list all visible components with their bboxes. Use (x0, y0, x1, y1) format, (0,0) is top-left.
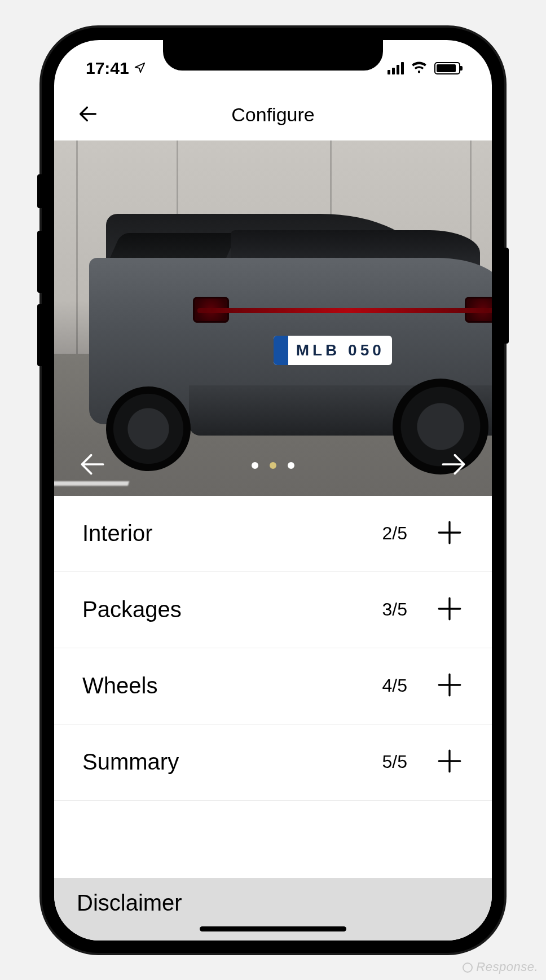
car-illustration: MLB 050 (89, 197, 492, 474)
carousel-dot-1[interactable] (270, 462, 276, 469)
carousel-dots (252, 462, 294, 469)
config-row-interior[interactable]: Interior 2/5 (54, 496, 492, 572)
battery-icon (434, 62, 460, 74)
license-plate-text: MLB 050 (296, 341, 385, 359)
status-time: 17:41 (86, 59, 129, 78)
plus-icon (435, 671, 464, 701)
disclaimer-link[interactable]: Disclaimer (77, 890, 182, 915)
power-button (504, 248, 509, 344)
status-left: 17:41 (86, 59, 146, 78)
plus-icon (435, 747, 464, 777)
carousel-dot-2[interactable] (288, 462, 294, 469)
config-row-step: 5/5 (382, 752, 407, 772)
volume-up-button (37, 231, 42, 293)
carousel-prev-button[interactable] (77, 449, 108, 482)
screen: 17:41 Configure (54, 40, 492, 941)
carousel-next-button[interactable] (438, 449, 469, 482)
wifi-icon (411, 61, 428, 76)
config-row-summary[interactable]: Summary 5/5 (54, 724, 492, 801)
config-row-step: 4/5 (382, 675, 407, 696)
location-icon (134, 59, 146, 78)
config-row-packages[interactable]: Packages 3/5 (54, 572, 492, 648)
mute-switch (37, 174, 42, 208)
page-title: Configure (231, 104, 314, 126)
back-button[interactable] (77, 103, 99, 128)
volume-down-button (37, 304, 42, 366)
carousel-dot-0[interactable] (252, 462, 258, 469)
plus-icon (435, 595, 464, 625)
cellular-icon (388, 62, 404, 74)
config-row-step: 2/5 (382, 523, 407, 544)
phone-frame: 17:41 Configure (42, 28, 504, 953)
config-row-label: Packages (82, 597, 182, 622)
config-row-step: 3/5 (382, 599, 407, 620)
home-indicator[interactable] (200, 926, 346, 931)
nav-bar: Configure (54, 90, 492, 140)
config-row-label: Interior (82, 521, 153, 546)
license-plate: MLB 050 (274, 336, 392, 365)
car-image-carousel[interactable]: MLB 050 (54, 140, 492, 496)
status-right (388, 61, 460, 76)
notch (163, 40, 383, 71)
config-section-list: Interior 2/5 Packages 3/5 Wheels 4/5 (54, 496, 492, 878)
footer: Disclaimer (54, 878, 492, 941)
config-row-wheels[interactable]: Wheels 4/5 (54, 648, 492, 724)
config-row-label: Wheels (82, 673, 157, 698)
plus-icon (435, 518, 464, 549)
carousel-controls (54, 449, 492, 482)
watermark: Response. (463, 960, 538, 974)
config-row-label: Summary (82, 749, 179, 775)
